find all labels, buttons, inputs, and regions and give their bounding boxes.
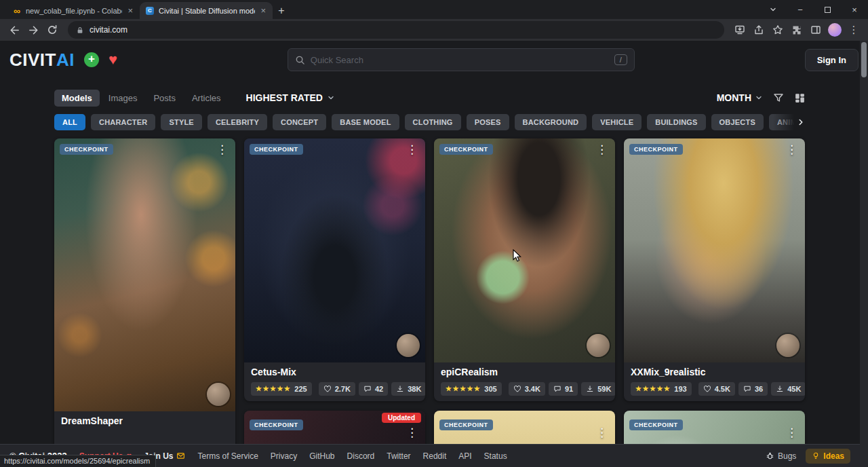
creator-avatar[interactable]: [207, 383, 230, 406]
address-bar[interactable]: civitai.com: [68, 21, 724, 39]
site-header: CIVITAI + ♥ / Sign In: [0, 41, 868, 79]
tab-images[interactable]: Images: [101, 90, 145, 107]
install-app-icon[interactable]: [731, 21, 749, 39]
footer-link-status[interactable]: Status: [484, 451, 507, 461]
category-chip-style[interactable]: STYLE: [161, 114, 201, 130]
category-chip-clothing[interactable]: CLOTHING: [405, 114, 461, 130]
side-panel-icon[interactable]: [807, 21, 825, 39]
bugs-link[interactable]: Bugs: [766, 451, 796, 461]
tab-models[interactable]: Models: [54, 90, 100, 107]
rating-count: 193: [674, 385, 686, 393]
card-menu-button[interactable]: ⋮: [401, 424, 423, 441]
create-plus-button[interactable]: +: [84, 52, 99, 67]
logo-text-left: CIVIT: [9, 51, 56, 69]
rating-badge: ★★★★★ 305: [441, 382, 502, 396]
category-chip-character[interactable]: CHARACTER: [91, 114, 155, 130]
profile-avatar[interactable]: [828, 23, 842, 37]
supporter-heart-button[interactable]: ♥: [108, 52, 117, 67]
category-chip-all[interactable]: ALL: [54, 114, 85, 130]
model-card[interactable]: CHECKPOINT ⋮ Cetus-Mix ★★★★★ 225: [244, 138, 425, 401]
scrollbar-thumb[interactable]: [861, 42, 867, 77]
forward-button[interactable]: [24, 21, 42, 39]
model-type-badge: CHECKPOINT: [629, 144, 683, 155]
category-chip-vehicle[interactable]: VEHICLE: [592, 114, 642, 130]
footer-link-reddit[interactable]: Reddit: [423, 451, 447, 461]
star-rating-icons: ★★★★★: [446, 386, 481, 392]
model-type-badge: CHECKPOINT: [250, 419, 303, 430]
model-preview-image: CHECKPOINT ⋮: [434, 138, 615, 362]
category-chip-poses[interactable]: POSES: [467, 114, 509, 130]
bookmark-star-icon[interactable]: [769, 21, 787, 39]
browser-toolbar: civitai.com ⋮: [0, 19, 868, 41]
categories-scroll-right-button[interactable]: [773, 114, 806, 130]
civitai-logo[interactable]: CIVITAI: [9, 51, 75, 69]
extensions-puzzle-icon[interactable]: [788, 21, 806, 39]
reload-button[interactable]: [43, 21, 61, 39]
footer-link-api[interactable]: API: [458, 451, 471, 461]
tab-close-icon[interactable]: ×: [259, 5, 267, 16]
card-menu-button[interactable]: ⋮: [591, 141, 613, 158]
comments-badge: 36: [738, 382, 768, 396]
window-close-button[interactable]: ×: [841, 0, 868, 19]
tab-posts[interactable]: Posts: [146, 90, 183, 107]
comments-count: 91: [565, 385, 573, 393]
browser-tab-colab[interactable]: ∞ new_colab_file.ipynb - Colaborat ×: [7, 2, 140, 19]
creator-avatar[interactable]: [587, 334, 610, 357]
sign-in-button[interactable]: Sign In: [805, 49, 859, 71]
filter-funnel-icon[interactable]: [773, 92, 784, 103]
category-chip-objects[interactable]: OBJECTS: [711, 114, 764, 130]
tab-close-icon[interactable]: ×: [126, 5, 134, 16]
period-dropdown[interactable]: MONTH: [717, 92, 763, 103]
comments-badge: 42: [359, 382, 388, 396]
category-chip-celebrity[interactable]: CELEBRITY: [208, 114, 267, 130]
footer-link-github[interactable]: GitHub: [309, 451, 334, 461]
nav-row: Models Images Posts Articles HIGHEST RAT…: [54, 88, 806, 107]
browser-menu-kebab-icon[interactable]: ⋮: [845, 21, 863, 39]
footer-link-privacy[interactable]: Privacy: [271, 451, 297, 461]
creator-avatar[interactable]: [776, 334, 800, 357]
model-preview-image: CHECKPOINT ⋮: [624, 138, 805, 362]
tab-search-chevron-icon[interactable]: [760, 0, 787, 19]
footer-link-terms[interactable]: Terms of Service: [197, 451, 258, 461]
creator-avatar[interactable]: [397, 334, 420, 357]
model-card[interactable]: CHECKPOINT ⋮ epiCRealism ★★★★★ 305: [434, 138, 615, 401]
model-card[interactable]: CHECKPOINT ⋮ XXMix_9realistic ★★★★★ 193: [624, 138, 805, 401]
window-maximize-button[interactable]: [814, 0, 841, 19]
downloads-count: 38K: [408, 385, 421, 393]
browser-chrome: ∞ new_colab_file.ipynb - Colaborat × C C…: [0, 0, 868, 41]
status-bubble: https://civitai.com/models/25694/epicrea…: [0, 455, 156, 467]
model-title: Cetus-Mix: [251, 367, 418, 378]
page-scrollbar: [860, 41, 868, 467]
card-menu-button[interactable]: ⋮: [401, 141, 423, 158]
card-menu-button[interactable]: ⋮: [781, 141, 803, 158]
share-icon[interactable]: [750, 21, 768, 39]
mail-icon: [176, 451, 185, 460]
browser-tab-civitai[interactable]: C Civitai | Stable Diffusion models, ×: [140, 2, 273, 19]
search-bar[interactable]: /: [288, 48, 635, 71]
footer-link-twitter[interactable]: Twitter: [387, 451, 410, 461]
bug-icon: [766, 451, 774, 460]
sort-dropdown[interactable]: HIGHEST RATED: [246, 92, 335, 103]
footer-link-discord[interactable]: Discord: [347, 451, 375, 461]
likes-count: 4.5K: [715, 385, 730, 393]
window-minimize-button[interactable]: −: [787, 0, 814, 19]
card-menu-button[interactable]: ⋮: [781, 424, 803, 441]
ideas-button[interactable]: Ideas: [806, 449, 850, 464]
card-menu-button[interactable]: ⋮: [591, 424, 613, 441]
model-type-badge: CHECKPOINT: [439, 419, 493, 430]
back-button[interactable]: [5, 21, 23, 39]
downloads-count: 59K: [597, 385, 611, 393]
category-chip-concept[interactable]: CONCEPT: [273, 114, 326, 130]
layout-grid-icon[interactable]: [794, 92, 806, 104]
model-type-badge: CHECKPOINT: [629, 419, 683, 430]
new-tab-button[interactable]: +: [273, 2, 290, 19]
category-chip-base-model[interactable]: BASE MODEL: [332, 114, 399, 130]
model-card[interactable]: CHECKPOINT ⋮ DreamShaper: [54, 138, 235, 467]
card-menu-button[interactable]: ⋮: [211, 141, 233, 158]
category-chip-buildings[interactable]: BUILDINGS: [647, 114, 705, 130]
tab-title: Civitai | Stable Diffusion models,: [159, 7, 255, 15]
search-input[interactable]: [311, 55, 609, 65]
civitai-favicon-icon: C: [145, 6, 155, 16]
tab-articles[interactable]: Articles: [184, 90, 229, 107]
category-chip-background[interactable]: BACKGROUND: [515, 114, 587, 130]
